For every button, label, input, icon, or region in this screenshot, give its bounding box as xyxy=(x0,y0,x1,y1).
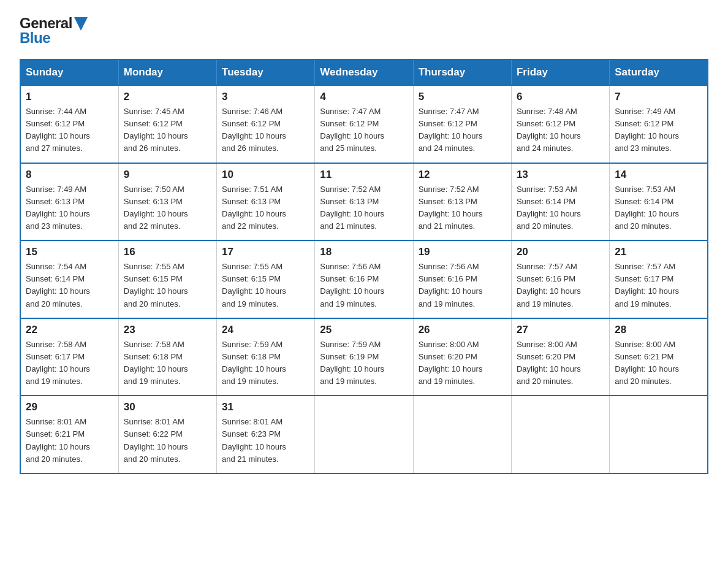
day-number: 31 xyxy=(222,401,309,413)
calendar-cell: 27Sunrise: 8:00 AMSunset: 6:20 PMDayligh… xyxy=(511,318,609,396)
day-info: Sunrise: 7:53 AMSunset: 6:14 PMDaylight:… xyxy=(517,183,604,233)
calendar-cell: 21Sunrise: 7:57 AMSunset: 6:17 PMDayligh… xyxy=(610,240,708,318)
day-info: Sunrise: 7:54 AMSunset: 6:14 PMDaylight:… xyxy=(26,261,113,310)
calendar-cell: 17Sunrise: 7:55 AMSunset: 6:15 PMDayligh… xyxy=(217,240,315,318)
day-info: Sunrise: 7:49 AMSunset: 6:13 PMDaylight:… xyxy=(26,183,113,233)
day-info: Sunrise: 7:51 AMSunset: 6:13 PMDaylight:… xyxy=(222,183,309,233)
day-info: Sunrise: 7:55 AMSunset: 6:15 PMDaylight:… xyxy=(124,261,211,310)
day-info: Sunrise: 7:56 AMSunset: 6:16 PMDaylight:… xyxy=(320,261,408,310)
calendar-cell: 9Sunrise: 7:50 AMSunset: 6:13 PMDaylight… xyxy=(118,163,216,241)
svg-marker-0 xyxy=(74,17,88,31)
calendar-cell: 15Sunrise: 7:54 AMSunset: 6:14 PMDayligh… xyxy=(20,240,118,318)
day-info: Sunrise: 7:45 AMSunset: 6:12 PMDaylight:… xyxy=(124,105,211,155)
day-info: Sunrise: 7:47 AMSunset: 6:12 PMDaylight:… xyxy=(419,105,506,155)
calendar-cell: 16Sunrise: 7:55 AMSunset: 6:15 PMDayligh… xyxy=(118,240,216,318)
day-info: Sunrise: 7:53 AMSunset: 6:14 PMDaylight:… xyxy=(615,183,702,233)
day-number: 30 xyxy=(124,401,211,413)
day-info: Sunrise: 7:49 AMSunset: 6:12 PMDaylight:… xyxy=(615,105,702,155)
logo-blue-text: Blue xyxy=(20,29,50,47)
day-info: Sunrise: 7:56 AMSunset: 6:16 PMDaylight:… xyxy=(419,261,506,310)
day-info: Sunrise: 8:00 AMSunset: 6:21 PMDaylight:… xyxy=(615,339,702,388)
day-number: 26 xyxy=(419,324,506,336)
day-number: 25 xyxy=(320,324,408,336)
calendar-cell: 13Sunrise: 7:53 AMSunset: 6:14 PMDayligh… xyxy=(511,163,609,241)
calendar-week-row: 1Sunrise: 7:44 AMSunset: 6:12 PMDaylight… xyxy=(20,85,708,163)
calendar-week-row: 29Sunrise: 8:01 AMSunset: 6:21 PMDayligh… xyxy=(20,396,708,473)
day-info: Sunrise: 7:57 AMSunset: 6:17 PMDaylight:… xyxy=(615,261,702,310)
day-number: 20 xyxy=(517,246,604,258)
calendar-cell: 6Sunrise: 7:48 AMSunset: 6:12 PMDaylight… xyxy=(511,85,609,163)
day-number: 17 xyxy=(222,246,309,258)
calendar-cell: 28Sunrise: 8:00 AMSunset: 6:21 PMDayligh… xyxy=(610,318,708,396)
calendar-table: SundayMondayTuesdayWednesdayThursdayFrid… xyxy=(20,59,708,474)
day-info: Sunrise: 7:55 AMSunset: 6:15 PMDaylight:… xyxy=(222,261,309,310)
calendar-cell: 3Sunrise: 7:46 AMSunset: 6:12 PMDaylight… xyxy=(217,85,315,163)
day-info: Sunrise: 7:46 AMSunset: 6:12 PMDaylight:… xyxy=(222,105,309,155)
day-number: 29 xyxy=(26,401,113,413)
weekday-header-tuesday: Tuesday xyxy=(217,59,315,85)
day-number: 6 xyxy=(517,91,604,103)
calendar-cell: 2Sunrise: 7:45 AMSunset: 6:12 PMDaylight… xyxy=(118,85,216,163)
calendar-cell: 20Sunrise: 7:57 AMSunset: 6:16 PMDayligh… xyxy=(511,240,609,318)
day-info: Sunrise: 7:52 AMSunset: 6:13 PMDaylight:… xyxy=(320,183,408,233)
calendar-week-row: 15Sunrise: 7:54 AMSunset: 6:14 PMDayligh… xyxy=(20,240,708,318)
day-number: 18 xyxy=(320,246,408,258)
calendar-cell: 29Sunrise: 8:01 AMSunset: 6:21 PMDayligh… xyxy=(20,396,118,473)
day-info: Sunrise: 7:50 AMSunset: 6:13 PMDaylight:… xyxy=(124,183,211,233)
day-number: 22 xyxy=(26,324,113,336)
day-number: 23 xyxy=(124,324,211,336)
calendar-cell: 5Sunrise: 7:47 AMSunset: 6:12 PMDaylight… xyxy=(413,85,511,163)
calendar-cell xyxy=(610,396,708,473)
day-number: 7 xyxy=(615,91,702,103)
day-number: 21 xyxy=(615,246,702,258)
calendar-week-row: 22Sunrise: 7:58 AMSunset: 6:17 PMDayligh… xyxy=(20,318,708,396)
day-number: 13 xyxy=(517,169,604,181)
logo-arrow-icon xyxy=(74,17,88,31)
day-number: 12 xyxy=(419,169,506,181)
day-info: Sunrise: 8:00 AMSunset: 6:20 PMDaylight:… xyxy=(517,339,604,388)
day-number: 28 xyxy=(615,324,702,336)
calendar-cell xyxy=(315,396,413,473)
day-info: Sunrise: 7:58 AMSunset: 6:18 PMDaylight:… xyxy=(124,339,211,388)
calendar-cell: 24Sunrise: 7:59 AMSunset: 6:18 PMDayligh… xyxy=(217,318,315,396)
day-number: 5 xyxy=(419,91,506,103)
day-number: 9 xyxy=(124,169,211,181)
day-number: 14 xyxy=(615,169,702,181)
day-info: Sunrise: 7:44 AMSunset: 6:12 PMDaylight:… xyxy=(26,105,113,155)
weekday-header-wednesday: Wednesday xyxy=(315,59,413,85)
calendar-cell: 10Sunrise: 7:51 AMSunset: 6:13 PMDayligh… xyxy=(217,163,315,241)
weekday-header-monday: Monday xyxy=(118,59,216,85)
calendar-cell: 4Sunrise: 7:47 AMSunset: 6:12 PMDaylight… xyxy=(315,85,413,163)
day-number: 16 xyxy=(124,246,211,258)
calendar-cell: 31Sunrise: 8:01 AMSunset: 6:23 PMDayligh… xyxy=(217,396,315,473)
day-info: Sunrise: 8:01 AMSunset: 6:21 PMDaylight:… xyxy=(26,416,113,465)
weekday-header-sunday: Sunday xyxy=(20,59,118,85)
calendar-cell: 7Sunrise: 7:49 AMSunset: 6:12 PMDaylight… xyxy=(610,85,708,163)
day-number: 4 xyxy=(320,91,408,103)
day-number: 2 xyxy=(124,91,211,103)
day-info: Sunrise: 7:58 AMSunset: 6:17 PMDaylight:… xyxy=(26,339,113,388)
day-number: 3 xyxy=(222,91,309,103)
day-info: Sunrise: 7:48 AMSunset: 6:12 PMDaylight:… xyxy=(517,105,604,155)
calendar-cell: 14Sunrise: 7:53 AMSunset: 6:14 PMDayligh… xyxy=(610,163,708,241)
day-number: 27 xyxy=(517,324,604,336)
day-number: 10 xyxy=(222,169,309,181)
day-info: Sunrise: 8:00 AMSunset: 6:20 PMDaylight:… xyxy=(419,339,506,388)
calendar-cell xyxy=(413,396,511,473)
weekday-header-saturday: Saturday xyxy=(610,59,708,85)
day-number: 1 xyxy=(26,91,113,103)
weekday-header-friday: Friday xyxy=(511,59,609,85)
calendar-cell: 11Sunrise: 7:52 AMSunset: 6:13 PMDayligh… xyxy=(315,163,413,241)
day-number: 24 xyxy=(222,324,309,336)
day-number: 19 xyxy=(419,246,506,258)
calendar-cell: 1Sunrise: 7:44 AMSunset: 6:12 PMDaylight… xyxy=(20,85,118,163)
calendar-cell: 22Sunrise: 7:58 AMSunset: 6:17 PMDayligh… xyxy=(20,318,118,396)
calendar-cell xyxy=(511,396,609,473)
day-info: Sunrise: 7:59 AMSunset: 6:19 PMDaylight:… xyxy=(320,339,408,388)
page-header: General Blue xyxy=(20,15,708,47)
day-number: 15 xyxy=(26,246,113,258)
day-info: Sunrise: 8:01 AMSunset: 6:22 PMDaylight:… xyxy=(124,416,211,465)
calendar-cell: 26Sunrise: 8:00 AMSunset: 6:20 PMDayligh… xyxy=(413,318,511,396)
calendar-cell: 23Sunrise: 7:58 AMSunset: 6:18 PMDayligh… xyxy=(118,318,216,396)
calendar-cell: 30Sunrise: 8:01 AMSunset: 6:22 PMDayligh… xyxy=(118,396,216,473)
